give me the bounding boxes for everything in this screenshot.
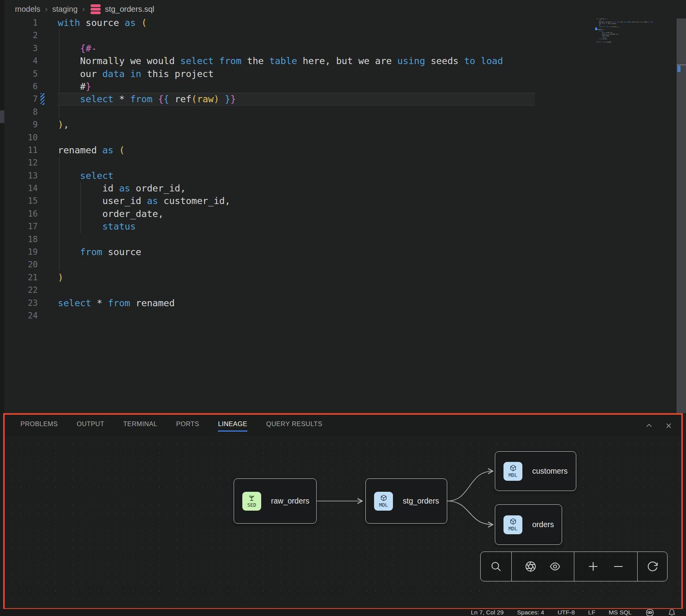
code-line[interactable]: 21) (4, 271, 686, 284)
line-number[interactable]: 3 (4, 42, 38, 55)
active-tab-underline (123, 430, 157, 432)
line-number[interactable]: 7 (4, 93, 38, 105)
bottom-panel-highlighted: PROBLEMSOUTPUTTERMINALPORTSLINEAGEQUERY … (3, 413, 683, 610)
badge-label: MDL (509, 472, 518, 478)
status-item-ms-sql[interactable]: MS SQL (609, 609, 632, 616)
code-line[interactable]: 6 #} (4, 80, 686, 93)
code-line[interactable]: 9), (4, 118, 686, 131)
aperture-icon[interactable] (525, 561, 537, 572)
line-number[interactable]: 13 (4, 169, 38, 182)
status-item-ln-7-col-29[interactable]: Ln 7, Col 29 (471, 609, 504, 616)
database-icon (90, 4, 101, 15)
status-item-utf-8[interactable]: UTF-8 (557, 609, 575, 616)
minimap[interactable]: with source as ( {#- Normally we would s… (596, 18, 673, 43)
code-text: Normally we would select from the table … (58, 55, 503, 67)
code-line[interactable]: 2 (4, 29, 686, 42)
code-line[interactable]: 12 (4, 156, 686, 169)
code-line[interactable]: 7 select * from {{ ref(raw) }} (4, 93, 686, 105)
lineage-node-raw_orders[interactable]: SEDraw_orders (234, 478, 317, 524)
line-number[interactable]: 24 (4, 309, 38, 322)
zoom-in-icon[interactable] (587, 560, 599, 573)
panel-tab-label: LINEAGE (218, 420, 247, 428)
chevron-up-icon[interactable] (645, 422, 653, 430)
lineage-canvas[interactable]: SEDraw_ordersMDLstg_ordersMDLcustomersMD… (5, 437, 681, 608)
panel-tab-label: PROBLEMS (20, 420, 58, 428)
line-number[interactable]: 23 (4, 297, 38, 309)
breadcrumb-item[interactable]: models (15, 5, 40, 14)
lineage-node-customers[interactable]: MDLcustomers (495, 451, 576, 491)
lineage-toolbar (480, 552, 668, 581)
line-number[interactable]: 14 (4, 182, 38, 195)
code-line[interactable]: 11renamed as ( (4, 144, 686, 156)
line-number[interactable]: 12 (4, 156, 38, 169)
code-line[interactable]: 22 (4, 284, 686, 296)
code-region[interactable]: 1with source as (23 {#-4 Normally we wou… (4, 17, 686, 322)
status-item-lf[interactable]: LF (588, 609, 595, 616)
node-badge-mdl: MDL (503, 515, 522, 534)
edge-stg-to-customers (447, 471, 492, 501)
code-line[interactable]: 5 our data in this project (4, 68, 686, 80)
line-number[interactable]: 20 (4, 258, 38, 271)
node-badge-mdl: MDL (374, 492, 393, 511)
line-number[interactable]: 17 (4, 220, 38, 233)
panel-tab-terminal[interactable]: TERMINAL (123, 420, 157, 432)
line-number[interactable]: 21 (4, 271, 38, 284)
code-line[interactable]: 19 from source (4, 246, 686, 258)
code-line[interactable]: 13 select (4, 169, 686, 182)
code-text: ) (58, 271, 63, 284)
code-line[interactable]: 18 (4, 233, 686, 246)
editor-scrollbar[interactable] (677, 18, 686, 413)
bell-icon[interactable] (668, 609, 676, 616)
zoom-out-icon[interactable] (612, 560, 625, 573)
code-line[interactable]: 4 Normally we would select from the tabl… (4, 55, 686, 67)
panel-tab-query-results[interactable]: QUERY RESULTS (266, 420, 323, 432)
line-number[interactable]: 2 (4, 29, 38, 42)
panel-tab-lineage[interactable]: LINEAGE (218, 420, 247, 432)
line-number[interactable]: 9 (4, 118, 38, 131)
refresh-icon[interactable] (647, 561, 658, 572)
scrollbar-divider (677, 64, 686, 65)
breadcrumb-file[interactable]: stg_orders.sql (90, 4, 155, 15)
code-text: select * from renamed (58, 297, 175, 309)
code-line[interactable]: 24 (4, 309, 686, 322)
line-number[interactable]: 15 (4, 195, 38, 207)
search-icon[interactable] (490, 561, 502, 572)
panel-tab-output[interactable]: OUTPUT (77, 420, 104, 432)
status-item-spaces-4[interactable]: Spaces: 4 (517, 609, 544, 616)
code-line[interactable]: 20 (4, 258, 686, 271)
code-line[interactable]: 15 user_id as customer_id, (4, 195, 686, 207)
copilot-icon[interactable] (645, 609, 655, 616)
line-number[interactable]: 4 (4, 55, 38, 67)
line-number[interactable]: 1 (4, 17, 38, 29)
badge-label: MDL (379, 502, 388, 508)
line-number[interactable]: 11 (4, 144, 38, 156)
line-number[interactable]: 22 (4, 284, 38, 296)
lineage-node-orders[interactable]: MDLorders (495, 504, 562, 545)
line-number[interactable]: 5 (4, 68, 38, 80)
line-number[interactable]: 19 (4, 246, 38, 258)
line-number[interactable]: 6 (4, 80, 38, 93)
code-line[interactable]: 3 {#- (4, 42, 686, 55)
close-icon[interactable] (665, 422, 673, 430)
line-number[interactable]: 10 (4, 131, 38, 144)
code-line[interactable]: 14 id as order_id, (4, 182, 686, 195)
line-number[interactable]: 18 (4, 233, 38, 246)
line-number[interactable]: 8 (4, 106, 38, 118)
code-line[interactable]: 17 status (4, 220, 686, 233)
node-badge-mdl: MDL (503, 462, 522, 481)
code-line[interactable]: 1with source as ( (4, 17, 686, 29)
eye-icon[interactable] (549, 561, 561, 572)
breadcrumb-item[interactable]: staging (52, 5, 78, 14)
panel-tab-ports[interactable]: PORTS (176, 420, 199, 432)
code-line[interactable]: 8 (4, 106, 686, 118)
code-line[interactable]: 16 order_date, (4, 208, 686, 220)
status-bar: Ln 7, Col 29Spaces: 4UTF-8LFMS SQL (0, 609, 686, 616)
sidebar-drag-handle[interactable] (0, 110, 4, 123)
vscode-window: models›staging›stg_orders.sql 1with sour… (0, 0, 686, 616)
panel-tab-problems[interactable]: PROBLEMS (20, 420, 58, 432)
code-line[interactable]: 10 (4, 131, 686, 144)
line-number[interactable]: 16 (4, 208, 38, 220)
lineage-node-stg_orders[interactable]: MDLstg_orders (365, 478, 447, 524)
code-editor[interactable]: models›staging›stg_orders.sql 1with sour… (4, 0, 686, 413)
code-line[interactable]: 23select * from renamed (4, 297, 686, 309)
